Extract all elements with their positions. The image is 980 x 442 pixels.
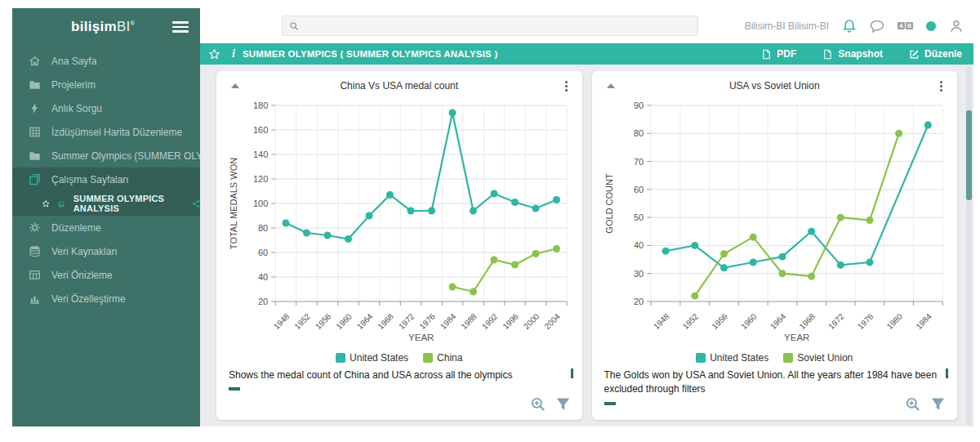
folder-icon (29, 150, 41, 162)
funnel-icon[interactable] (930, 396, 946, 412)
chart-card-footer (905, 396, 946, 412)
info-icon[interactable]: i (232, 47, 235, 60)
chart-icon (29, 292, 41, 305)
chart-plot: 2040608010012014016018019481952195619601… (225, 96, 574, 350)
snapshot-button[interactable]: Snapshot (822, 48, 883, 60)
legend-swatch (336, 353, 345, 363)
svg-text:1980: 1980 (884, 311, 904, 331)
description-scrollbar-horizontal[interactable] (229, 387, 240, 391)
sidebar-item-label: Ana Sayfa (51, 56, 96, 67)
edit-button[interactable]: Düzenle (909, 48, 962, 60)
dashboard-toolbar: i SUMMER OLYMPICS ( SUMMER OLYMPICS ANAL… (200, 43, 973, 65)
star-icon[interactable] (208, 48, 220, 60)
sidebar-item-label: Çalışma Sayfaları (51, 174, 129, 185)
bell-icon[interactable] (842, 19, 857, 33)
svg-text:1960: 1960 (334, 311, 354, 331)
svg-text:160: 160 (253, 125, 268, 135)
sidebar-item-veri-o-nizleme[interactable]: Veri Önizleme (12, 263, 200, 287)
svg-text:1952: 1952 (292, 311, 312, 331)
home-icon[interactable] (57, 199, 65, 209)
svg-text:2000: 2000 (522, 311, 541, 331)
user-name: Bilisim-BI Bilisim-BI (745, 20, 829, 32)
sidebar-item-projelerim[interactable]: Projelerim (12, 73, 200, 96)
sidebar-item-label: Veri Özelleştirme (51, 293, 126, 305)
chart-card-header: China Vs USA medal count (225, 76, 574, 96)
svg-text:80: 80 (634, 128, 644, 138)
folder-icon (29, 78, 41, 91)
chart-plot: 2030405060708090194819521956196019641968… (600, 96, 950, 350)
star-icon[interactable] (42, 199, 50, 209)
sidebar-item-label: Veri Kaynakları (51, 246, 118, 257)
legend-item-united-states[interactable]: United States (696, 352, 768, 364)
home-icon (29, 55, 41, 67)
svg-text:40: 40 (634, 240, 644, 250)
menu-toggle-icon[interactable] (172, 19, 189, 35)
chart-title: China Vs USA medal count (225, 80, 574, 92)
description-scrollbar-vertical[interactable] (946, 368, 948, 378)
description-scrollbar-vertical[interactable] (571, 368, 573, 378)
svg-text:80: 80 (258, 223, 268, 233)
sidebar-item-anl-k-sorgu[interactable]: Anlık Sorgu (12, 96, 200, 120)
logo-row: bilişimBI® (12, 8, 200, 46)
chart-description: Shows the medal count of China and USA a… (225, 365, 574, 382)
dashboard-canvas: China Vs USA medal count 204060801001201… (200, 65, 973, 426)
svg-text:1964: 1964 (768, 311, 787, 331)
svg-text:1972: 1972 (826, 311, 846, 331)
sidebar-item-du-zenleme[interactable]: Düzenleme (12, 216, 200, 239)
doc-icon (822, 49, 833, 60)
chat-icon[interactable] (870, 19, 884, 33)
zoomin-icon[interactable] (905, 396, 920, 412)
sidebar-item-label: Düzenleme (51, 222, 101, 234)
gear-icon (29, 221, 41, 234)
sidebar-item-veri-kaynaklar[interactable]: Veri Kaynakları (12, 239, 200, 263)
svg-text:60: 60 (634, 185, 644, 194)
sidebar-item-label: İzdüşümsel Harita Düzenleme (51, 127, 182, 138)
sidebar-item-label: Anlık Sorgu (51, 103, 102, 114)
sidebar-subitem-summer-olympics-analysis[interactable]: SUMMER OLYMPICS ANALYSIS (12, 191, 200, 216)
sidebar-item-veri-o-zelles-tirme[interactable]: Veri Özelleştirme (12, 287, 200, 310)
sidebar-item-c-al-s-ma-sayfalar[interactable]: Çalışma Sayfaları (12, 167, 200, 191)
user-icon[interactable] (949, 19, 964, 33)
svg-text:YEAR: YEAR (408, 333, 434, 342)
chart-legend: United States Soviet Union (600, 350, 950, 365)
language-letter-b: B (906, 22, 913, 29)
pdf-button[interactable]: PDF (761, 48, 796, 60)
svg-text:1960: 1960 (739, 311, 759, 331)
scrollbar-thumb[interactable] (966, 110, 972, 200)
search-box[interactable] (282, 16, 698, 36)
sidebar-item-summer-olympics-summer-olympics[interactable]: Summer Olympics (SUMMER OLYMPICS) (12, 144, 200, 167)
svg-text:1956: 1956 (710, 311, 729, 331)
sidebar-item-label: Veri Önizleme (51, 270, 113, 281)
scrollbar[interactable] (966, 65, 972, 426)
search-icon (289, 21, 299, 31)
chart-card-usa-vs-soviet-union: USA vs Soviet Union 20304050607080901948… (592, 71, 958, 420)
funnel-icon[interactable] (555, 396, 571, 412)
language-switch[interactable]: A B (898, 22, 913, 29)
doc-icon (761, 49, 772, 60)
legend-item-china[interactable]: China (423, 352, 462, 364)
legend-item-soviet-union[interactable]: Soviet Union (783, 352, 853, 364)
svg-text:1964: 1964 (355, 311, 375, 331)
svg-text:1972: 1972 (397, 311, 416, 331)
share-icon[interactable] (192, 199, 200, 209)
svg-text:40: 40 (258, 272, 268, 282)
svg-text:30: 30 (634, 269, 644, 279)
table-icon (29, 269, 41, 281)
pdf-button-label: PDF (777, 48, 796, 60)
legend-item-united-states[interactable]: United States (336, 352, 408, 364)
sidebar-item-ana-sayfa[interactable]: Ana Sayfa (12, 49, 200, 73)
search-input[interactable] (304, 20, 691, 32)
chart-legend: United States China (225, 350, 574, 365)
svg-text:1984: 1984 (914, 311, 933, 331)
svg-text:TOTAL MEDALS WON: TOTAL MEDALS WON (229, 158, 238, 249)
bolt-icon (29, 102, 41, 114)
legend-swatch (423, 353, 433, 363)
pages-icon (29, 173, 41, 185)
zoomin-icon[interactable] (530, 396, 546, 412)
svg-text:100: 100 (253, 199, 268, 208)
grid-icon (29, 126, 41, 138)
sidebar-item-i-zdu-s-u-msel-harita-du-zenleme[interactable]: İzdüşümsel Harita Düzenleme (12, 120, 200, 144)
description-scrollbar-horizontal[interactable] (604, 402, 616, 405)
chart-description: The Golds won by USA and Soviet Union. A… (600, 365, 950, 397)
svg-text:20: 20 (258, 297, 268, 306)
